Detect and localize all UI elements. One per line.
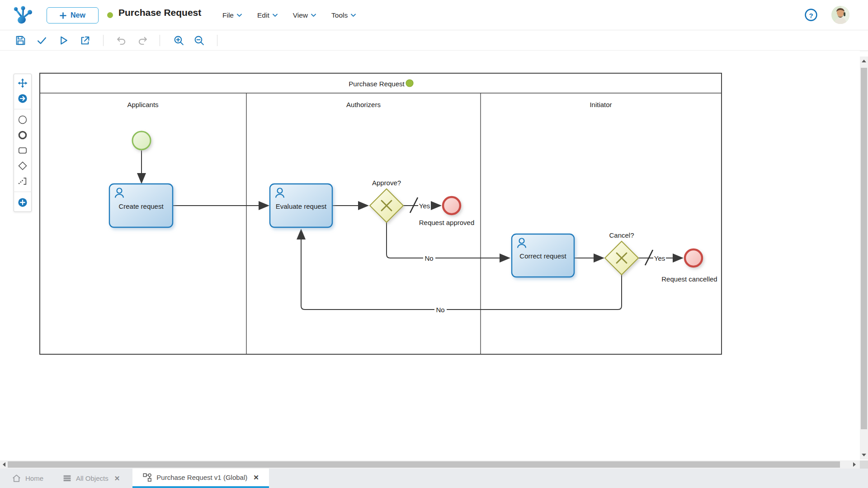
toolbar-separator [103,35,104,46]
gateway-cancel[interactable]: Cancel? [605,231,638,275]
start-event[interactable] [132,131,151,150]
sequence-flows [142,150,682,310]
tab-home[interactable]: Home [5,469,50,488]
zoom-out-icon[interactable] [193,35,205,46]
start-event-tool-icon[interactable] [18,115,28,125]
lane-label-applicants: Applicants [127,101,158,108]
annotation-tool-icon[interactable] [18,176,28,186]
user-avatar[interactable] [831,6,849,24]
chevron-down-icon [351,14,356,17]
menu-file[interactable]: File [222,11,242,19]
end-event-label: Request approved [419,219,475,226]
validate-icon[interactable] [36,35,47,46]
scrollbar-corner [860,460,868,469]
scroll-left-button[interactable] [0,460,8,469]
status-dot [107,12,113,18]
chevron-down-icon [237,14,242,17]
chevron-down-icon [273,14,278,17]
flow-label-yes: Yes [419,202,430,210]
task-evaluate-request[interactable]: Evaluate request [270,184,332,227]
task-correct-request[interactable]: Correct request [512,234,574,277]
shape-palette [14,74,32,212]
chevron-down-icon [311,14,316,17]
tab-all-objects[interactable]: All Objects ✕ [56,469,126,488]
scroll-down-button[interactable] [860,451,868,459]
menu-tools[interactable]: Tools [331,11,356,19]
horizontal-scrollbar [0,460,860,469]
task-label: Correct request [519,252,566,260]
gateway-label: Cancel? [609,231,634,239]
palette-separator [14,192,32,192]
end-event-label: Request cancelled [661,275,717,283]
run-icon[interactable] [58,35,69,46]
tab-label: Home [25,474,43,482]
menu-edit[interactable]: Edit [257,11,278,19]
gateway-label: Approve? [372,179,401,187]
toolbar-separator [160,35,160,46]
app-logo-icon [12,5,33,26]
menubar: File Edit View Tools [222,0,356,30]
flow-label-yes: Yes [654,254,665,262]
tab-purchase-request[interactable]: Purchase Request v1 (Global) ✕ [132,469,269,488]
diagram-canvas[interactable]: Purchase Request Applicants Authorizers … [0,51,860,460]
save-icon[interactable] [15,35,26,46]
export-icon[interactable] [80,35,91,46]
flow-label-no: No [425,254,433,262]
redo-icon[interactable] [137,35,148,46]
lane-label-authorizers: Authorizers [346,101,381,108]
vertical-scrollbar-thumb[interactable] [861,68,867,429]
gateway-approve[interactable]: Approve? [370,179,403,223]
task-create-request[interactable]: Create request [109,184,173,227]
bpmn-diagram: Purchase Request Applicants Authorizers … [0,51,860,460]
scroll-up-button[interactable] [860,57,868,65]
header: New Purchase Request File Edit View Tool… [0,0,868,30]
plus-icon [60,12,66,19]
close-tab-icon[interactable]: ✕ [114,474,120,483]
end-event-tool-icon[interactable] [18,130,28,140]
flow-label-no: No [436,306,444,314]
home-icon [12,474,21,483]
add-element-tool-icon[interactable] [18,197,28,207]
task-label: Evaluate request [276,202,327,210]
task-tool-icon[interactable] [18,145,28,155]
lane-label-initiator: Initiator [590,101,612,108]
pool-status-dot [406,80,413,87]
palette-separator [14,109,32,109]
task-label: Create request [118,202,164,210]
svg-text:?: ? [809,12,813,19]
zoom-in-icon[interactable] [173,35,184,46]
bottom-tabbar: Home All Objects ✕ Purchase Request v1 (… [0,469,868,488]
process-icon [142,473,152,483]
app-window: New Purchase Request File Edit View Tool… [0,0,868,488]
move-tool-icon[interactable] [18,78,28,88]
tab-label: Purchase Request v1 (Global) [156,474,247,481]
toolbar [0,30,868,51]
sequence-flow-tool-icon[interactable] [18,94,28,103]
new-button-label: New [71,11,85,19]
new-button[interactable]: New [47,7,99,23]
pool-title: Purchase Request [349,80,405,88]
horizontal-scrollbar-thumb[interactable] [8,461,840,468]
help-icon[interactable]: ? [804,8,818,22]
tab-label: All Objects [76,474,108,482]
undo-icon[interactable] [116,35,127,46]
end-event-request-cancelled[interactable]: Request cancelled [661,249,717,283]
scroll-right-button[interactable] [851,460,858,469]
list-icon [62,474,72,483]
flow-approve-no[interactable] [387,222,509,258]
menu-view[interactable]: View [293,11,316,19]
vertical-scrollbar [860,56,868,460]
toolbar-separator [217,35,217,46]
close-tab-icon[interactable]: ✕ [253,474,259,482]
page-title: Purchase Request [118,7,201,18]
gateway-tool-icon[interactable] [18,161,28,171]
